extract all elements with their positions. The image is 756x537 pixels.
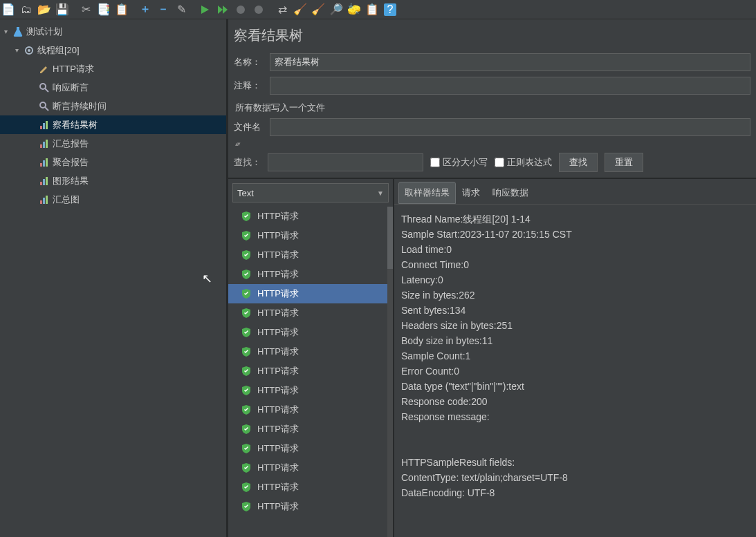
tree-node[interactable]: 汇总图	[0, 190, 226, 209]
file-label: 文件名	[234, 121, 266, 133]
tree-twisty-icon[interactable]: ▾	[1, 28, 10, 35]
tree-node[interactable]: 汇总报告	[0, 134, 226, 153]
paste-icon[interactable]: 📋	[113, 1, 130, 18]
toolbar: 📄🗂📂💾✂📑📋＋－✎⇄🧹🧹🔎🧽📋?	[0, 0, 756, 19]
tree-group-label: 线程组[20]	[37, 44, 80, 57]
clear-icon[interactable]: 🧹	[292, 1, 308, 18]
chart-icon	[39, 194, 50, 205]
sample-result-row[interactable]: HTTP请求	[228, 226, 387, 245]
sample-result-row[interactable]: HTTP请求	[228, 497, 387, 516]
find-icon[interactable]: 🔎	[328, 1, 344, 18]
sample-result-row[interactable]: HTTP请求	[228, 284, 387, 303]
tab[interactable]: 请求	[456, 182, 486, 204]
svg-rect-4	[255, 6, 263, 14]
tree-root-label: 测试计划	[26, 26, 62, 38]
cut-icon[interactable]: ✂	[77, 1, 94, 18]
plus-icon[interactable]: ＋	[137, 1, 154, 18]
pane-title: 察看结果树	[228, 19, 756, 50]
detail-column: 取样器结果请求响应数据 Thread Name:线程组[20] 1-14Samp…	[394, 179, 756, 537]
comment-input[interactable]	[270, 77, 750, 95]
stop-icon[interactable]	[232, 1, 249, 18]
svg-rect-19	[46, 158, 48, 167]
sample-result-row[interactable]: HTTP请求	[228, 381, 387, 400]
svg-rect-21	[43, 179, 45, 185]
results-column: Text ▼ HTTP请求HTTP请求HTTP请求HTTP请求HTTP请求HTT…	[228, 179, 394, 537]
detail-tabs: 取样器结果请求响应数据	[394, 179, 756, 204]
svg-rect-3	[237, 6, 245, 14]
wand-icon[interactable]: ✎	[173, 1, 190, 18]
renderer-select[interactable]: Text ▼	[232, 183, 389, 202]
tree-node[interactable]: 聚合报告	[0, 153, 226, 171]
svg-rect-13	[46, 121, 48, 129]
test-plan-tree: ▾ 测试计划 ▾ 线程组[20] HTTP请求响应断言断言持续时间察看结果树汇总…	[0, 19, 228, 537]
regex-checkbox[interactable]: 正则表达式	[495, 156, 552, 169]
collapse-handle[interactable]: ▴▾	[228, 139, 756, 149]
scrollbar[interactable]	[387, 207, 393, 537]
right-pane: 察看结果树 名称： 注释： 所有数据写入一个文件 文件名 ▴▾ 查找： 区分大小…	[228, 19, 756, 537]
template-icon[interactable]: 🗂	[18, 1, 35, 18]
filename-input[interactable]	[270, 118, 750, 136]
find-button[interactable]: 查找	[559, 153, 598, 172]
save-icon[interactable]: 💾	[54, 1, 71, 18]
sample-result-list[interactable]: HTTP请求HTTP请求HTTP请求HTTP请求HTTP请求HTTP请求HTTP…	[228, 207, 387, 537]
help-icon[interactable]: ?	[382, 1, 398, 18]
svg-rect-18	[43, 160, 45, 167]
sample-result-row[interactable]: HTTP请求	[228, 439, 387, 458]
svg-rect-15	[43, 142, 45, 148]
sample-result-row[interactable]: HTTP请求	[228, 478, 387, 497]
tree-node[interactable]: 响应断言	[0, 78, 226, 97]
svg-rect-16	[46, 140, 48, 148]
svg-line-10	[45, 107, 48, 111]
sample-result-row[interactable]: HTTP请求	[228, 207, 387, 226]
sample-result-row[interactable]: HTTP请求	[228, 265, 387, 284]
svg-point-6	[28, 49, 30, 52]
pencil-icon	[39, 64, 50, 75]
sample-result-row[interactable]: HTTP请求	[228, 458, 387, 478]
svg-point-9	[40, 102, 46, 108]
search-input[interactable]	[268, 153, 423, 171]
tree-node[interactable]: 断言持续时间	[0, 97, 226, 115]
open-icon[interactable]: 📂	[36, 1, 53, 18]
shutdown-icon[interactable]	[250, 1, 267, 18]
run-next-icon[interactable]	[214, 1, 231, 18]
mag-icon	[39, 82, 50, 93]
svg-rect-25	[46, 196, 48, 204]
sampler-result-text[interactable]: Thread Name:线程组[20] 1-14Sample Start:202…	[394, 204, 756, 537]
name-input[interactable]	[270, 53, 750, 71]
tab[interactable]: 取样器结果	[398, 182, 456, 204]
copy-icon[interactable]: 📑	[95, 1, 112, 18]
run-icon[interactable]	[196, 1, 213, 18]
tree-node[interactable]: 察看结果树	[0, 115, 226, 134]
svg-rect-12	[43, 123, 45, 129]
reset-search-icon[interactable]: 🧽	[346, 1, 362, 18]
mag-icon	[39, 101, 50, 112]
sample-result-row[interactable]: HTTP请求	[228, 342, 387, 361]
sample-result-row[interactable]: HTTP请求	[228, 245, 387, 265]
svg-rect-14	[40, 144, 42, 148]
func-helper-icon[interactable]: 📋	[364, 1, 380, 18]
file-section-header: 所有数据写入一个文件	[228, 97, 756, 115]
tree-node[interactable]: HTTP请求	[0, 59, 226, 78]
tree-thread-group[interactable]: ▾ 线程组[20]	[0, 41, 226, 59]
svg-line-8	[45, 88, 48, 92]
toggle-icon[interactable]: ⇄	[274, 1, 291, 18]
sample-result-row[interactable]: HTTP请求	[228, 323, 387, 342]
sample-result-row[interactable]: HTTP请求	[228, 361, 387, 381]
tab[interactable]: 响应数据	[486, 182, 535, 204]
clear-all-icon[interactable]: 🧹	[310, 1, 326, 18]
svg-marker-2	[223, 6, 228, 14]
tree-root[interactable]: ▾ 测试计划	[0, 22, 226, 41]
reset-button[interactable]: 重置	[605, 153, 643, 172]
tree-node[interactable]: 图形结果	[0, 171, 226, 190]
minus-icon[interactable]: －	[155, 1, 172, 18]
sample-result-row[interactable]: HTTP请求	[228, 303, 387, 323]
case-checkbox[interactable]: 区分大小写	[430, 156, 488, 169]
svg-rect-23	[40, 200, 42, 204]
svg-rect-20	[40, 182, 42, 185]
new-file-icon[interactable]: 📄	[0, 1, 17, 18]
chevron-down-icon: ▼	[377, 189, 384, 197]
chart-icon	[39, 138, 50, 149]
tree-twisty-icon[interactable]: ▾	[12, 46, 21, 54]
sample-result-row[interactable]: HTTP请求	[228, 400, 387, 420]
sample-result-row[interactable]: HTTP请求	[228, 420, 387, 439]
